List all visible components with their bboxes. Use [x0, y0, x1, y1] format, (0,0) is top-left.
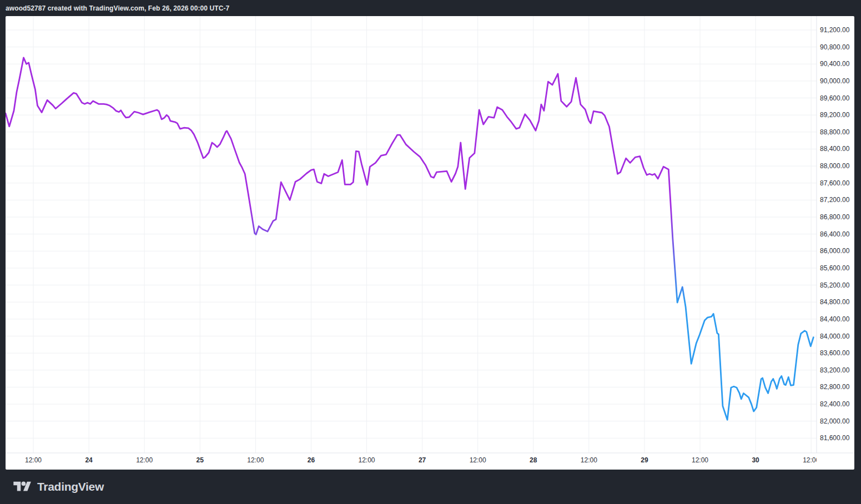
- time-tick-label: 25: [197, 456, 204, 464]
- tradingview-logo[interactable]: TradingView: [13, 480, 104, 494]
- price-axis-labels[interactable]: 91,200.0090,800.0090,400.0090,000.0089,6…: [820, 26, 850, 442]
- price-tick-label: 90,400.00: [820, 60, 850, 68]
- price-tick-label: 88,400.00: [820, 145, 850, 153]
- price-tick-label: 90,000.00: [820, 77, 850, 85]
- time-tick-label: 26: [308, 456, 315, 464]
- price-tick-label: 86,400.00: [820, 230, 850, 238]
- time-tick-label: 12:00: [359, 456, 375, 464]
- time-axis-labels[interactable]: 12:002412:002512:002612:002712:002812:00…: [25, 456, 819, 464]
- price-tick-label: 85,200.00: [820, 281, 850, 289]
- tradingview-brand-text: TradingView: [37, 480, 104, 493]
- price-tick-label: 88,800.00: [820, 128, 850, 136]
- price-tick-label: 83,200.00: [820, 366, 850, 374]
- time-tick-label: 12:00: [803, 456, 819, 464]
- axis-separators: [6, 16, 854, 453]
- price-tick-label: 85,600.00: [820, 264, 850, 272]
- price-tick-label: 84,400.00: [820, 315, 850, 323]
- price-tick-label: 86,800.00: [820, 213, 850, 221]
- price-tick-label: 86,000.00: [820, 247, 850, 255]
- attribution-text: awood52787 created with TradingView.com,…: [6, 4, 229, 12]
- chart-panel: 12:002412:002512:002612:002712:002812:00…: [6, 16, 854, 470]
- time-tick-label: 29: [641, 456, 648, 464]
- time-tick-label: 12:00: [692, 456, 708, 464]
- time-tick-label: 24: [85, 456, 93, 464]
- bottom-brand-bar: TradingView: [0, 470, 861, 504]
- price-tick-label: 89,600.00: [820, 94, 850, 102]
- price-tick-label: 81,600.00: [820, 434, 850, 442]
- grid-lines: [6, 16, 817, 453]
- price-line-series[interactable]: [6, 58, 813, 420]
- price-tick-label: 88,000.00: [820, 162, 850, 170]
- time-tick-label: 12:00: [247, 456, 264, 464]
- time-tick-label: 27: [419, 456, 426, 464]
- tradingview-logo-icon: [13, 480, 32, 494]
- time-tick-label: 28: [530, 456, 537, 464]
- price-tick-label: 87,600.00: [820, 179, 850, 187]
- price-tick-label: 87,200.00: [820, 196, 850, 204]
- price-tick-label: 82,400.00: [820, 400, 850, 408]
- time-tick-label: 30: [752, 456, 759, 464]
- price-chart[interactable]: 12:002412:002512:002612:002712:002812:00…: [6, 16, 854, 470]
- top-attribution-bar: awood52787 created with TradingView.com,…: [0, 0, 861, 16]
- price-tick-label: 84,000.00: [820, 332, 850, 340]
- time-tick-label: 12:00: [25, 456, 42, 464]
- price-tick-label: 90,800.00: [820, 43, 850, 51]
- price-tick-label: 83,600.00: [820, 349, 850, 357]
- price-tick-label: 91,200.00: [820, 26, 850, 34]
- price-tick-label: 84,800.00: [820, 298, 850, 306]
- time-tick-label: 12:00: [470, 456, 486, 464]
- price-tick-label: 82,000.00: [820, 417, 850, 425]
- time-tick-label: 12:00: [136, 456, 153, 464]
- time-tick-label: 12:00: [581, 456, 597, 464]
- price-tick-label: 89,200.00: [820, 111, 850, 119]
- price-tick-label: 82,800.00: [820, 383, 850, 391]
